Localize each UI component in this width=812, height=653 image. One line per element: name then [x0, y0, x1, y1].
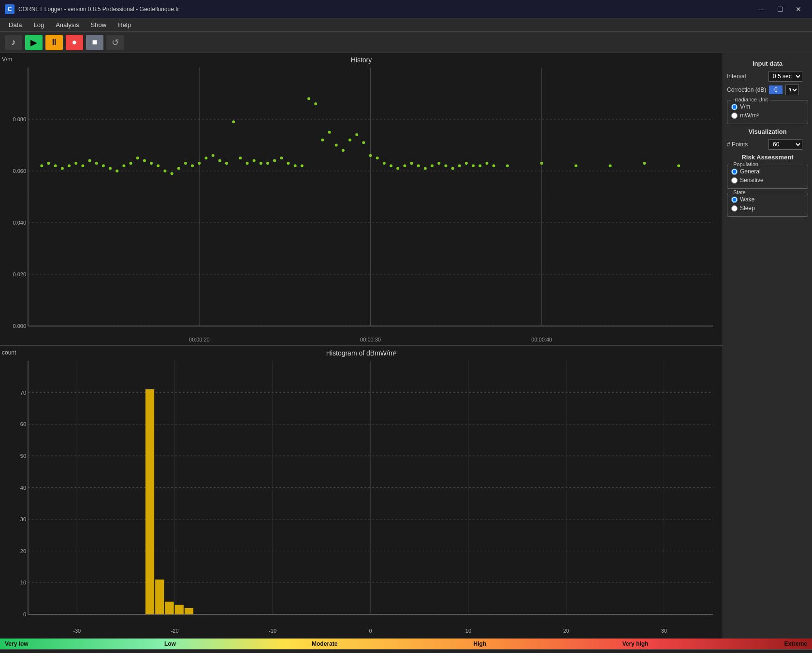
refresh-btn[interactable]: ↺: [106, 35, 124, 50]
menubar: Data Log Analysis Show Help: [0, 18, 812, 32]
irradiance-group: Irradiance Unit V/m mW/m²: [727, 100, 808, 124]
correction-row: Correction (dB) ▼: [727, 85, 808, 95]
charts-area: History V/m Histogram of dBmW/m² count: [0, 53, 723, 639]
state-sleep-label: Sleep: [740, 205, 755, 212]
app-icon: C: [5, 4, 14, 14]
interval-row: Interval 0.5 sec 1 sec 2 sec: [727, 71, 808, 82]
interval-select[interactable]: 0.5 sec 1 sec 2 sec: [768, 71, 802, 82]
irradiance-vm-radio[interactable]: [731, 104, 738, 110]
points-select[interactable]: 60 120 30: [768, 139, 802, 150]
pause-btn[interactable]: ⏸: [45, 35, 63, 50]
state-sleep-row: Sleep: [731, 205, 804, 212]
state-title: State: [731, 189, 748, 195]
interval-label: Interval: [727, 73, 766, 80]
risk-high: High: [474, 640, 487, 647]
main-area: History V/m Histogram of dBmW/m² count I…: [0, 53, 812, 639]
correction-label: Correction (dB): [727, 86, 766, 93]
correction-select[interactable]: ▼: [785, 85, 799, 95]
histogram-canvas: [0, 346, 723, 639]
risk-gradient-bar: Very low Low Moderate High Very high Ext…: [0, 639, 812, 649]
population-sensitive-label: Sensitive: [740, 177, 764, 184]
risk-low: Low: [164, 640, 176, 647]
menu-analysis[interactable]: Analysis: [51, 20, 84, 30]
titlebar: C CORNET Logger - version 0.8.5 Professi…: [0, 0, 812, 18]
points-label: # Points: [727, 141, 766, 148]
irradiance-vm-row: V/m: [731, 103, 804, 110]
app-title: CORNET Logger - version 0.8.5 Profession…: [18, 6, 753, 13]
histogram-chart: Histogram of dBmW/m² count: [0, 346, 723, 639]
metrics-bar: Current 0,0608 Max 0,0900 Mode 0,0100 Lo…: [0, 649, 812, 653]
sidebar: Input data Interval 0.5 sec 1 sec 2 sec …: [723, 53, 812, 639]
state-wake-row: Wake: [731, 196, 804, 203]
maximize-btn[interactable]: ☐: [771, 2, 789, 16]
state-sleep-radio[interactable]: [731, 205, 738, 212]
menu-data[interactable]: Data: [4, 20, 27, 30]
irradiance-title: Irradiance Unit: [731, 97, 770, 102]
close-btn[interactable]: ✕: [790, 2, 807, 16]
irradiance-mwm2-radio[interactable]: [731, 113, 738, 119]
correction-input[interactable]: [769, 85, 783, 94]
population-general-label: General: [740, 168, 761, 175]
menu-show[interactable]: Show: [86, 20, 112, 30]
music-btn[interactable]: ♪: [5, 35, 22, 50]
population-sensitive-radio[interactable]: [731, 177, 738, 184]
stop-btn[interactable]: ■: [86, 35, 103, 50]
risk-very-low: Very low: [5, 640, 29, 647]
play-btn[interactable]: ▶: [25, 35, 43, 50]
minimize-btn[interactable]: —: [753, 2, 770, 16]
population-general-radio[interactable]: [731, 169, 738, 175]
risk-title: Risk Assessment: [727, 154, 808, 161]
population-title: Population: [731, 161, 760, 167]
risk-extreme: Extreme: [784, 640, 807, 647]
visualization-title: Visualization: [727, 128, 808, 135]
risk-moderate: Moderate: [312, 640, 337, 647]
record-btn[interactable]: ●: [66, 35, 83, 50]
history-canvas: [0, 53, 723, 345]
population-group: Population General Sensitive: [727, 165, 808, 189]
state-wake-radio[interactable]: [731, 197, 738, 203]
irradiance-vm-label: V/m: [740, 103, 750, 110]
risk-very-high: Very high: [622, 640, 648, 647]
input-data-title: Input data: [727, 60, 808, 67]
menu-help[interactable]: Help: [113, 20, 136, 30]
history-chart: History V/m: [0, 53, 723, 346]
points-row: # Points 60 120 30: [727, 139, 808, 150]
population-general-row: General: [731, 168, 804, 175]
state-wake-label: Wake: [740, 196, 754, 203]
menu-log[interactable]: Log: [29, 20, 49, 30]
irradiance-mwm2-row: mW/m²: [731, 112, 804, 119]
toolbar: ♪ ▶ ⏸ ● ■ ↺: [0, 32, 812, 53]
window-controls: — ☐ ✕: [753, 2, 807, 16]
population-sensitive-row: Sensitive: [731, 177, 804, 184]
risk-labels: Very low Low Moderate High Very high Ext…: [0, 640, 812, 647]
state-group: State Wake Sleep: [727, 193, 808, 217]
irradiance-mwm2-label: mW/m²: [740, 112, 759, 119]
